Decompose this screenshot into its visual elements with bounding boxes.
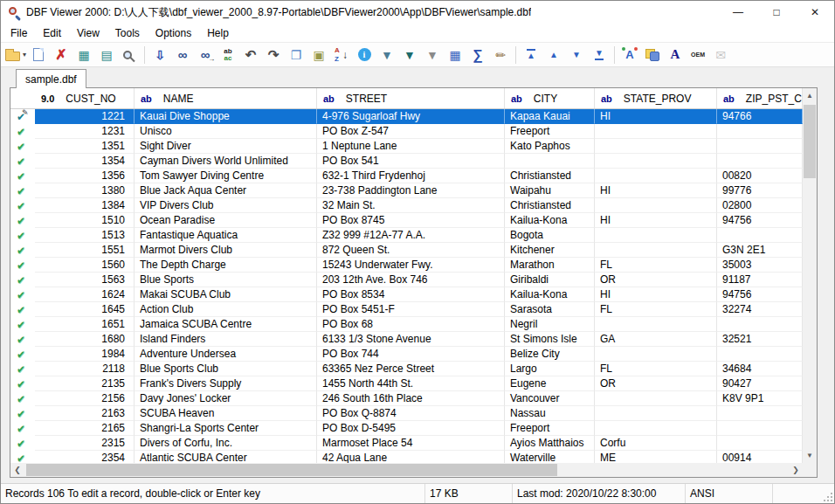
cell-street: PO Box 541: [317, 154, 505, 169]
table-row[interactable]: ✔1354Cayman Divers World UnlimitedPO Box…: [10, 154, 803, 169]
table-row[interactable]: ✔1551Marmot Divers Club872 Queen St.Kitc…: [10, 243, 803, 258]
minimize-button[interactable]: —: [719, 1, 757, 24]
cell-cust_no: 1560: [35, 258, 135, 273]
table-row[interactable]: ✔2156Davy Jones' Locker246 South 16th Pl…: [10, 391, 803, 406]
cell-street: 4-976 Sugarloaf Hwy: [317, 109, 505, 124]
grid-view-button[interactable]: ▦: [445, 44, 466, 66]
delete-record-button[interactable]: ✗: [51, 44, 72, 66]
find-next-button[interactable]: ∞: [195, 44, 217, 66]
dropdown-arrow-icon[interactable]: ▾: [23, 51, 26, 59]
format-brush-button[interactable]: ✏: [490, 44, 512, 66]
column-header-name[interactable]: abNAME: [135, 88, 317, 108]
objects-button[interactable]: [642, 44, 664, 66]
table-row[interactable]: ✔2135Frank's Divers Supply1455 North 44t…: [10, 376, 803, 391]
table-row[interactable]: ✔2165Shangri-La Sports CenterPO Box D-54…: [10, 421, 803, 436]
column-header-state_prov[interactable]: abSTATE_PROV: [595, 88, 717, 108]
check-icon: ✔: [17, 201, 25, 211]
cell-state_prov: [595, 347, 717, 362]
resize-grip[interactable]: [824, 493, 832, 501]
table-row[interactable]: ✔1651Jamaica SCUBA CentrePO Box 68Negril: [10, 317, 803, 332]
scroll-right-button[interactable]: ❯: [789, 463, 803, 477]
table-row[interactable]: ✔2118Blue Sports Club63365 Nez Perce Str…: [10, 362, 803, 376]
toolbar-separator: [144, 46, 145, 64]
new-file-button[interactable]: [28, 44, 50, 66]
filter-button[interactable]: ▼: [399, 44, 421, 66]
appearance-button[interactable]: A: [619, 44, 641, 66]
column-label: CUST_NO: [66, 93, 115, 105]
menu-tools[interactable]: Tools: [107, 25, 148, 41]
cell-city: Freeport: [505, 124, 595, 139]
data-grid: 9.0CUST_NOabNAMEabSTREETabCITYabSTATE_PR…: [10, 87, 818, 478]
sort-button[interactable]: ↓: [331, 44, 353, 66]
sum-button[interactable]: ∑: [467, 44, 489, 66]
undo-button[interactable]: ↶: [240, 44, 262, 66]
check-icon: ✔: [17, 245, 25, 256]
last-record-button[interactable]: ▼: [589, 44, 611, 66]
table-row[interactable]: ✔1645Action ClubPO Box 5451-FSarasotaFL3…: [10, 302, 803, 317]
table-row[interactable]: ✔1351Sight Diver1 Neptune LaneKato Papho…: [10, 139, 803, 154]
oem-button[interactable]: OEM: [687, 44, 709, 66]
prev-record-button[interactable]: ▲: [543, 44, 565, 66]
scroll-down-button[interactable]: ▼: [803, 448, 817, 463]
find-button[interactable]: ∞: [172, 44, 194, 66]
close-button[interactable]: ✕: [796, 1, 834, 24]
table-row[interactable]: ✔1356Tom Sawyer Diving Centre632-1 Third…: [10, 169, 803, 183]
cell-zip_pst_cd: 00914: [717, 451, 803, 463]
scroll-up-icon: ▲: [806, 92, 813, 100]
paste-button[interactable]: ▣: [308, 44, 330, 66]
table-row[interactable]: ✔1984Adventure UnderseaPO Box 744Belize …: [10, 347, 803, 362]
copy-button[interactable]: ❐: [286, 44, 307, 66]
cell-name: Fantastique Aquatica: [135, 228, 317, 243]
menu-options[interactable]: Options: [148, 25, 199, 41]
menu-help[interactable]: Help: [199, 25, 237, 41]
export-button[interactable]: ⇩: [149, 44, 171, 66]
table-row[interactable]: ✔2315Divers of Corfu, Inc.Marmoset Place…: [10, 436, 803, 451]
replace-button[interactable]: ab: [217, 44, 239, 66]
table-row[interactable]: ✔1380Blue Jack Aqua Center23-738 Padding…: [10, 183, 803, 198]
horizontal-scrollbar-thumb[interactable]: [26, 464, 557, 476]
menu-file[interactable]: File: [3, 25, 35, 41]
menu-edit[interactable]: Edit: [35, 25, 69, 41]
next-record-button[interactable]: ▼: [566, 44, 588, 66]
maximize-button[interactable]: □: [757, 1, 796, 24]
redo-button[interactable]: ↷: [263, 44, 285, 66]
table-row[interactable]: ✔1231UniscoPO Box Z-547Freeport: [10, 124, 803, 139]
check-icon: ✔: [17, 335, 25, 345]
table-row[interactable]: ✔1384VIP Divers Club32 Main St.Christian…: [10, 198, 803, 213]
table-row[interactable]: ✔1560The Depth Charge15243 Underwater Fw…: [10, 258, 803, 273]
edit-structure-button[interactable]: ▦: [73, 44, 95, 66]
vertical-scrollbar-thumb[interactable]: [804, 105, 816, 178]
vertical-scrollbar[interactable]: ▲ ▼: [803, 88, 817, 463]
column-header-cust_no[interactable]: 9.0CUST_NO: [35, 88, 135, 108]
column-header-street[interactable]: abSTREET: [317, 88, 505, 108]
font-button[interactable]: A: [665, 44, 687, 66]
filter-builder-button[interactable]: ▼: [376, 44, 398, 66]
field-type-badge: ab: [601, 93, 612, 104]
tab-sample-dbf[interactable]: sample.dbf: [16, 69, 86, 88]
row-marker: ✔: [10, 213, 35, 228]
clear-filter-button[interactable]: ▼: [422, 44, 444, 66]
table-row[interactable]: ✔1624Makai SCUBA ClubPO Box 8534Kailua-K…: [10, 287, 803, 302]
table-row[interactable]: ✔2354Atlantic SCUBA Center42 Aqua LaneWa…: [10, 451, 803, 463]
pack-database-button[interactable]: ▤: [96, 44, 118, 66]
table-row[interactable]: ✔✎1221Kauai Dive Shoppe4-976 Sugarloaf H…: [10, 109, 803, 124]
open-file-button[interactable]: ▾: [5, 44, 27, 66]
scroll-left-button[interactable]: ❮: [10, 463, 24, 477]
table-row[interactable]: ✔1563Blue Sports203 12th Ave. Box 746Gir…: [10, 273, 803, 287]
last-record-icon: ▼: [595, 49, 604, 60]
table-row[interactable]: ✔1513Fantastique AquaticaZ32 999 #12A-77…: [10, 228, 803, 243]
scroll-up-button[interactable]: ▲: [803, 88, 817, 103]
table-row[interactable]: ✔1510Ocean ParadisePO Box 8745Kailua-Kon…: [10, 213, 803, 228]
menu-view[interactable]: View: [69, 25, 107, 41]
redo-icon: ↷: [268, 48, 279, 61]
column-header-zip_pst_cd[interactable]: abZIP_PST_CD: [717, 88, 803, 108]
preview-button[interactable]: [119, 44, 141, 66]
email-button[interactable]: ✉: [710, 44, 732, 66]
first-record-button[interactable]: ▲: [521, 44, 542, 66]
window-title: DBF Viewer 2000: D:\人人下载\dbf_viewer_2000…: [26, 5, 531, 20]
table-row[interactable]: ✔2163SCUBA HeavenPO Box Q-8874Nassau: [10, 406, 803, 421]
table-row[interactable]: ✔1680Island Finders6133 1/3 Stone Avenue…: [10, 332, 803, 347]
column-header-city[interactable]: abCITY: [505, 88, 595, 108]
horizontal-scrollbar[interactable]: ❮ ❯: [10, 463, 803, 477]
info-button[interactable]: i: [354, 44, 376, 66]
